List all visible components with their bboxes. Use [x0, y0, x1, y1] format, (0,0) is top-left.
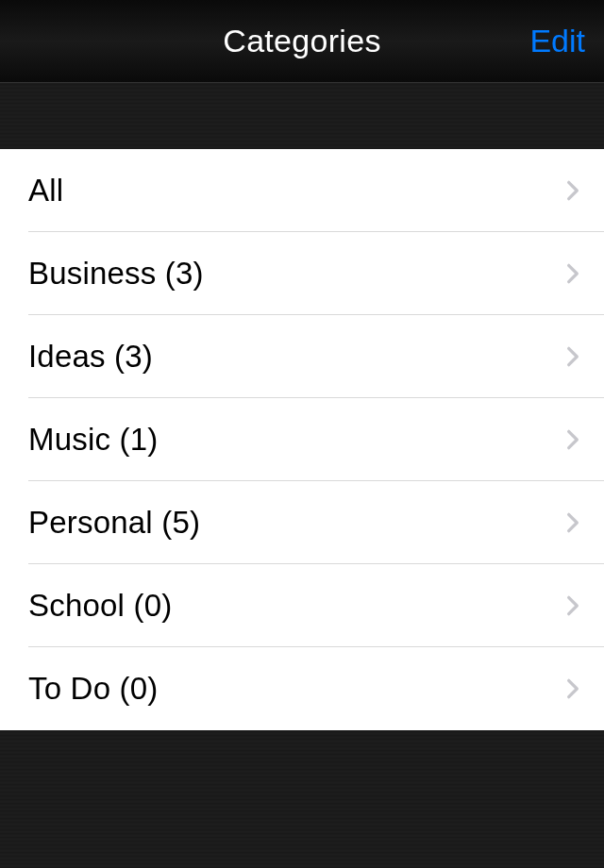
chevron-right-icon	[561, 593, 585, 618]
navbar: Categories Edit	[0, 0, 604, 83]
category-todo[interactable]: To Do (0)	[0, 647, 604, 730]
chevron-right-icon	[561, 427, 585, 452]
chevron-right-icon	[561, 344, 585, 369]
category-ideas[interactable]: Ideas (3)	[0, 315, 604, 398]
category-all[interactable]: All	[0, 149, 604, 232]
category-label: School (0)	[28, 588, 172, 624]
chevron-right-icon	[561, 676, 585, 701]
category-business[interactable]: Business (3)	[0, 232, 604, 315]
chevron-right-icon	[561, 510, 585, 535]
category-label: All	[28, 173, 63, 209]
category-label: Business (3)	[28, 256, 204, 292]
category-school[interactable]: School (0)	[0, 564, 604, 647]
category-personal[interactable]: Personal (5)	[0, 481, 604, 564]
category-music[interactable]: Music (1)	[0, 398, 604, 481]
category-label: Personal (5)	[28, 505, 200, 541]
header-spacer	[0, 83, 604, 149]
category-label: Music (1)	[28, 422, 158, 458]
chevron-right-icon	[561, 261, 585, 286]
category-label: Ideas (3)	[28, 339, 153, 375]
category-label: To Do (0)	[28, 671, 159, 707]
page-title: Categories	[223, 23, 380, 59]
chevron-right-icon	[561, 178, 585, 203]
edit-button[interactable]: Edit	[529, 23, 585, 59]
categories-list: All Business (3) Ideas (3) Music (1) Per…	[0, 149, 604, 730]
footer-spacer	[0, 730, 604, 868]
